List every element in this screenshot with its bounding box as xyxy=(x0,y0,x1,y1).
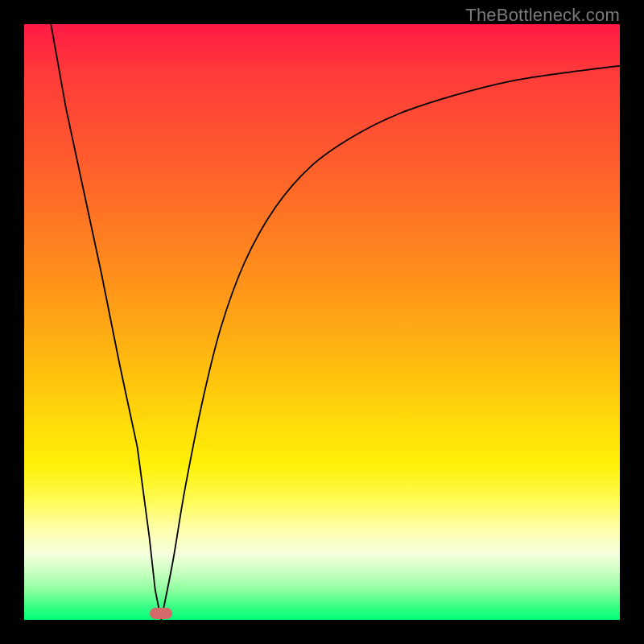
plot-area xyxy=(24,24,620,620)
chart-frame: TheBottleneck.com xyxy=(0,0,644,644)
watermark-text: TheBottleneck.com xyxy=(465,5,620,26)
curve-right-branch xyxy=(161,66,620,620)
optimal-marker xyxy=(150,608,172,619)
bottleneck-curve xyxy=(24,24,620,620)
curve-left-branch xyxy=(51,24,161,620)
